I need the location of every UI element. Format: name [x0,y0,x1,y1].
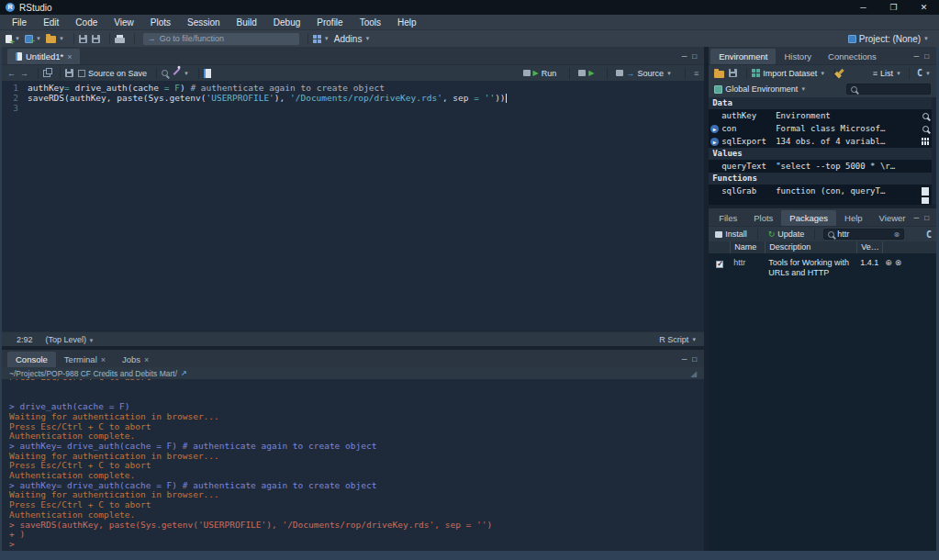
run-button[interactable]: ▶ Run [523,69,557,78]
close-tab-icon[interactable]: × [101,355,106,364]
document-outline-icon[interactable]: ≡ [694,69,699,78]
package-website-icon[interactable]: ⊕ [885,258,892,267]
compile-report-button[interactable] [204,69,211,78]
environment-search-input[interactable] [846,84,931,95]
minimize-window-button[interactable]: ─ [848,0,878,15]
show-in-new-window-button[interactable] [43,70,50,77]
addins-button[interactable]: Addins ▼ [334,34,371,44]
code-tools-button[interactable]: ▼ [173,71,189,76]
import-dataset-button[interactable]: Import Dataset ▼ [752,69,825,78]
refresh-packages-button[interactable]: C [926,230,932,240]
description-column-header[interactable]: Description [766,241,857,253]
menu-tools[interactable]: Tools [352,15,389,30]
list-view-label[interactable]: List [880,69,893,78]
source-on-save-checkbox[interactable]: Source on Save [78,69,147,78]
new-project-button[interactable]: ▼ [25,35,41,43]
nav-back-button[interactable]: ← [7,69,16,78]
clear-workspace-button[interactable] [840,69,843,78]
tab-connections[interactable]: Connections [820,49,885,64]
env-row-sqlgrab[interactable]: sqlGrab function (con, queryT… [709,185,936,197]
maximize-panel-icon[interactable]: □ [924,52,929,61]
code-line[interactable]: 2saveRDS(authKey, paste(Sys.getenv('USER… [2,93,704,103]
code-line[interactable]: 3 [2,103,704,113]
tab-terminal[interactable]: Terminal × [56,352,114,367]
rerun-button[interactable]: ▶ [578,69,594,77]
menu-session[interactable]: Session [179,15,229,30]
env-row-authkey[interactable]: authKey Environment [709,109,936,122]
menu-file[interactable]: File [4,15,35,30]
clear-search-icon[interactable]: ⊗ [894,230,900,239]
menu-code[interactable]: Code [67,15,106,30]
package-loaded-checkbox[interactable] [716,261,723,268]
scope-selector[interactable]: (Top Level) ▼ [46,335,95,344]
env-row-querytext[interactable]: queryText "select --top 5000 * \r… [709,160,936,173]
package-row-httr[interactable]: httr Tools for Working with URLs and HTT… [709,253,936,282]
code-line[interactable]: 1authKey= drive_auth(cache = F) # authen… [2,83,704,93]
open-file-button[interactable]: ▼ [46,34,64,43]
maximize-panel-icon[interactable]: □ [692,52,697,61]
source-button[interactable]: → Source ▼ [616,69,671,78]
menu-build[interactable]: Build [229,15,265,30]
console-output[interactable]: Press Esc/Ctrl + C to abort > drive_auth… [2,379,704,551]
workspace-panes-button[interactable]: ▼ [313,35,330,43]
tab-files[interactable]: Files [710,210,745,226]
maximize-panel-icon[interactable]: □ [924,214,929,222]
save-source-button[interactable] [65,69,73,77]
env-row-partial[interactable] [709,197,936,204]
project-menu-button[interactable]: Project: (None) ▼ [848,34,929,44]
tab-packages[interactable]: Packages [781,210,836,226]
close-tab-icon[interactable]: × [67,52,72,62]
code-editor[interactable]: 1authKey= drive_auth(cache = F) # authen… [2,81,704,331]
goto-directory-icon[interactable]: ↗ [181,369,187,377]
expand-object-icon[interactable]: ▶ [710,125,719,133]
package-name-link[interactable]: httr [733,258,768,267]
menu-debug[interactable]: Debug [265,15,308,30]
update-packages-button[interactable]: ↻ Update [766,230,807,239]
save-all-button[interactable] [92,35,100,43]
tab-jobs[interactable]: Jobs × [114,352,157,367]
menu-profile[interactable]: Profile [308,15,351,30]
refresh-environment-button[interactable]: C [917,68,922,78]
new-file-button[interactable]: ▼ [6,35,20,43]
tab-viewer[interactable]: Viewer [871,210,914,226]
version-column-header[interactable]: Ve… [857,241,883,253]
expand-object-icon[interactable]: ▶ [710,138,719,146]
name-column-header[interactable]: Name [731,241,766,253]
remove-package-icon[interactable]: ⊗ [895,258,902,267]
inspect-object-icon[interactable] [922,126,929,132]
install-packages-button[interactable]: Install [713,230,749,239]
menu-help[interactable]: Help [389,15,425,30]
tab-untitled1[interactable]: Untitled1* × [7,49,80,64]
environment-scope-selector[interactable]: Global Environment ▼ [714,84,806,94]
env-row-con[interactable]: ▶ con Formal class Microsof… [709,122,936,135]
minimize-panel-icon[interactable]: ─ [913,214,919,222]
tab-history[interactable]: History [776,49,820,64]
tab-plots[interactable]: Plots [745,210,781,226]
tab-help[interactable]: Help [836,210,871,226]
save-workspace-button[interactable] [729,69,737,77]
inspect-object-icon[interactable] [922,113,929,119]
menu-edit[interactable]: Edit [35,15,67,30]
file-type-selector[interactable]: R Script ▼ [659,335,697,344]
tab-environment[interactable]: Environment [710,49,776,64]
tab-console[interactable]: Console [7,352,56,367]
restore-window-button[interactable]: ❐ [878,0,909,15]
save-button[interactable] [79,35,87,43]
minimize-panel-icon[interactable]: ─ [682,52,687,61]
find-replace-button[interactable] [162,70,168,76]
close-tab-icon[interactable]: × [144,355,149,364]
view-function-icon[interactable] [922,187,929,196]
env-row-sqlexport[interactable]: ▶ sqlExport 134 obs. of 4 variabl… [709,135,936,148]
maximize-panel-icon[interactable]: □ [692,355,697,364]
goto-file-function-input[interactable]: → Go to file/function [143,33,299,45]
close-window-button[interactable]: ✕ [909,0,939,15]
menu-plots[interactable]: Plots [142,15,179,30]
view-data-icon[interactable] [922,138,929,145]
minimize-panel-icon[interactable]: ─ [682,355,687,364]
menu-view[interactable]: View [106,15,142,30]
nav-forward-button[interactable]: → [20,69,28,78]
packages-search-input[interactable]: httr ⊗ [823,229,904,240]
print-button[interactable] [115,35,125,43]
load-workspace-button[interactable] [714,69,724,78]
environment-scrollbar[interactable] [932,97,936,205]
